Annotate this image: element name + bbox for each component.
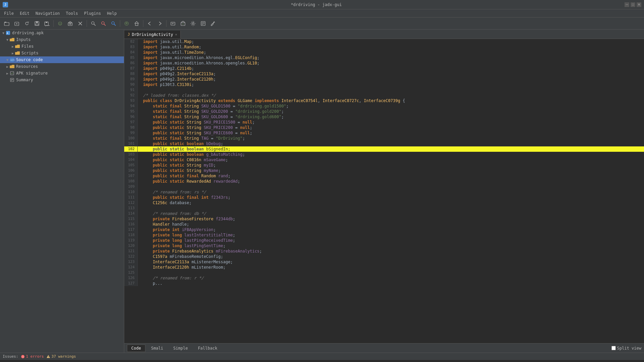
code-line-119: 119 private long lastPingReceivedTime; [124,238,644,243]
code-line-99: 99 public static String SKU_PRICE600 = n… [124,130,644,136]
package-button[interactable] [65,19,75,28]
summary-icon [9,77,15,83]
inputs-label: Inputs [16,37,123,42]
svg-rect-13 [68,23,72,26]
error-icon: ! [21,355,25,359]
tab-close-button[interactable]: ✕ [175,33,177,36]
svg-point-18 [92,21,94,24]
tab-smali[interactable]: Smali [147,345,168,352]
reload-button[interactable] [22,19,32,28]
code-line-127: 127 p... [124,281,644,286]
source-icon: </> [9,57,15,62]
export-gradle-button[interactable]: G [55,19,65,28]
goto-button[interactable] [168,19,178,28]
code-line-111: 111 public static final int f2343rs; [124,195,644,200]
code-line-112: 112 C1256c database; [124,200,644,206]
code-line-96: 96 static final String SKU_GOLD600 = "dr… [124,114,644,120]
find-class-button[interactable] [99,19,108,28]
menu-help[interactable]: Help [104,10,120,16]
tab-code[interactable]: Code [127,345,145,352]
code-line-113: 113 [124,206,644,211]
toolbar-sep-3 [120,20,120,27]
apk-sig-icon [9,71,15,76]
search-button[interactable] [89,19,98,28]
toolbar-sep-5 [166,20,167,27]
log-button[interactable] [198,19,208,28]
find-usage-button[interactable] [109,19,118,28]
summary-label: Summary [16,78,123,82]
maximize-button[interactable]: □ [631,2,635,7]
menu-tools[interactable]: Tools [63,10,81,16]
new-package-button[interactable] [178,19,188,28]
sidebar-item-apk-signature[interactable]: ▶ APK signature [0,70,124,77]
svg-rect-7 [36,24,38,25]
code-line-121: 121 private FirebaseAnalytics mFirebaseA… [124,248,644,254]
split-view-label[interactable]: Split view [617,346,641,351]
sidebar-item-scripts[interactable]: ▶ Scripts [0,50,124,56]
root-label: drdriving.apk [12,31,123,35]
sidebar-item-root[interactable]: ▼ A drdriving.apk [0,30,124,36]
add-files-button[interactable] [12,19,21,28]
code-editor[interactable]: 82 import java.util.Map; 83 import java.… [124,39,644,343]
svg-text:!: ! [22,356,24,358]
menu-edit[interactable]: Edit [17,10,32,16]
svg-rect-1 [4,22,9,26]
sidebar-item-source-code[interactable]: ▼ </> Source code [0,56,124,63]
back-button[interactable] [145,19,154,28]
sidebar: ▼ A drdriving.apk ▼ Inputs ▶ Files ▶ [0,30,124,353]
wrench-button[interactable] [209,19,218,28]
sidebar-item-summary[interactable]: Summary [0,77,124,83]
open-file-button[interactable] [2,19,11,28]
code-line-118: 118 private long lastInterstitialTime; [124,232,644,238]
code-line-109: 109 [124,184,644,189]
minimize-button[interactable]: ─ [625,2,629,7]
main-area: ▼ A drdriving.apk ▼ Inputs ▶ Files ▶ [0,30,644,353]
home-button[interactable] [132,19,141,28]
code-line-92: 92 /* loaded from: classes.dex */ [124,93,644,98]
sidebar-item-resources[interactable]: ▶ Resources [0,63,124,70]
save-all-button[interactable] [42,19,52,28]
warning-count: ! 37 warnings [46,354,76,359]
split-view-container: Split view [611,346,641,351]
code-line-106: 106 public static String myName; [124,168,644,173]
code-line-115: 115 private FirebaseFirestore f2344db; [124,216,644,222]
titlebar-title: *drdriving - jadx-gui [8,2,625,7]
close-button[interactable]: ✕ [637,2,641,7]
toolbar-sep-2 [87,20,87,27]
tab-simple[interactable]: Simple [169,345,192,352]
code-line-110: 110 /* renamed from: rs */ [124,189,644,195]
code-line-98: 98 public static String SKU_PRICE200 = n… [124,125,644,130]
menu-navigation[interactable]: Navigation [33,10,62,16]
svg-rect-10 [46,26,50,26]
sidebar-item-files[interactable]: ▶ Files [0,43,124,50]
toolbar-sep-4 [143,20,143,27]
code-line-105: 105 public static String myID; [124,163,644,168]
statusbar: Issues: ! 1 errors ! 37 warnings [0,353,644,360]
code-line-122: 122 C1597a mFirebaseRemoteConfig; [124,254,644,259]
forward-button[interactable] [155,19,165,28]
tab-fallback[interactable]: Fallback [193,345,222,352]
save-button[interactable] [32,19,42,28]
sidebar-item-inputs[interactable]: ▼ Inputs [0,36,124,43]
svg-line-19 [94,24,95,26]
split-view-checkbox[interactable] [611,346,616,350]
decompile-button[interactable] [122,19,131,28]
code-line-117: 117 private int iFBAppVersion; [124,227,644,232]
svg-rect-42 [10,72,14,75]
svg-point-20 [102,21,104,24]
resources-icon [9,64,15,69]
preferences-button[interactable] [188,19,198,28]
menu-plugins[interactable]: Plugins [81,10,104,16]
tab-drdriving-activity[interactable]: J DrDrivingActivity ✕ [124,31,181,39]
close-tab-button[interactable] [76,19,85,28]
menu-file[interactable]: File [1,10,16,16]
code-line-103: 103 public static boolean g_bAutoMatchin… [124,152,644,157]
code-line-100: 100 static final String TAG = "DrDriving… [124,136,644,141]
code-line-90: 90 import p130t3.C3130i; [124,82,644,87]
editor-area: J DrDrivingActivity ✕ 82 import java.uti… [124,30,644,353]
code-line-116: 116 Handler handle; [124,222,644,227]
scripts-arrow: ▶ [11,51,15,55]
files-label: Files [21,44,123,49]
source-arrow: ▼ [5,58,9,62]
error-count: ! 1 errors [21,354,44,359]
